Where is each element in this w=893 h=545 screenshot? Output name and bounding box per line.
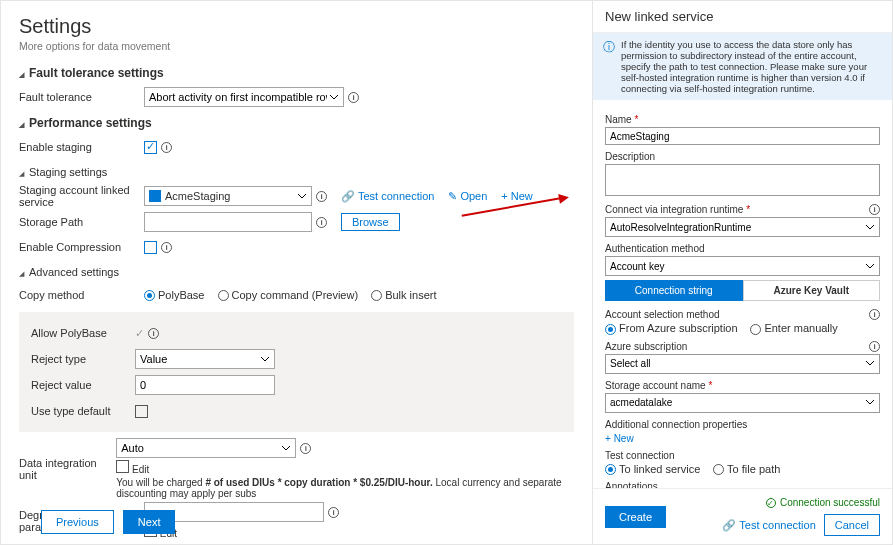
enable-compression-label: Enable Compression bbox=[19, 241, 144, 253]
info-icon[interactable]: i bbox=[148, 328, 159, 339]
info-icon[interactable]: i bbox=[300, 443, 311, 454]
acct-sel-label: Account selection method bbox=[605, 309, 720, 320]
create-button[interactable]: Create bbox=[605, 506, 666, 528]
panel-title: New linked service bbox=[593, 1, 892, 33]
page-title: Settings bbox=[19, 15, 574, 38]
name-label: Name bbox=[605, 114, 638, 125]
staging-settings-header[interactable]: Staging settings bbox=[19, 166, 574, 178]
copy-method-label: Copy method bbox=[19, 289, 144, 301]
staging-account-label: Staging account linked service bbox=[19, 184, 144, 208]
page-subtitle: More options for data movement bbox=[19, 40, 574, 52]
name-input[interactable] bbox=[605, 127, 880, 145]
info-icon[interactable]: i bbox=[161, 142, 172, 153]
connection-success: ✓Connection successful bbox=[766, 497, 880, 508]
browse-button[interactable]: Browse bbox=[341, 213, 400, 231]
auth-label: Authentication method bbox=[605, 243, 705, 254]
more-props-label: Additional connection properties bbox=[605, 419, 747, 430]
info-icon[interactable]: i bbox=[316, 217, 327, 228]
copy-method-radiogroup: PolyBase Copy command (Preview) Bulk ins… bbox=[144, 289, 447, 302]
description-label: Description bbox=[605, 151, 655, 162]
storage-account-select[interactable]: acmedatalake bbox=[605, 393, 880, 413]
radio-to-linked[interactable]: To linked service bbox=[605, 463, 700, 475]
info-banner: ⓘ If the identity you use to access the … bbox=[593, 33, 892, 100]
add-property-button[interactable]: + New bbox=[605, 433, 880, 444]
radio-enter-manually[interactable]: Enter manually bbox=[750, 322, 837, 334]
storage-path-label: Storage Path bbox=[19, 216, 144, 228]
radio-to-filepath[interactable]: To file path bbox=[713, 463, 780, 475]
tab-connection-string[interactable]: Connection string bbox=[605, 280, 743, 301]
reject-value-input[interactable] bbox=[135, 375, 275, 395]
info-icon: ⓘ bbox=[603, 39, 615, 94]
fault-tolerance-label: Fault tolerance bbox=[19, 91, 144, 103]
storage-path-input[interactable] bbox=[144, 212, 312, 232]
radio-from-subscription[interactable]: From Azure subscription bbox=[605, 322, 738, 334]
reject-type-label: Reject type bbox=[25, 353, 135, 365]
staging-account-value: AcmeStaging bbox=[165, 190, 230, 202]
performance-settings-header[interactable]: Performance settings bbox=[19, 116, 574, 130]
description-input[interactable] bbox=[605, 164, 880, 196]
ir-label: Connect via integration runtime bbox=[605, 204, 750, 215]
previous-button[interactable]: Previous bbox=[41, 510, 114, 534]
edit-icon: ✎ bbox=[448, 190, 457, 202]
allow-polybase-label: Allow PolyBase bbox=[25, 327, 135, 339]
use-type-default-label: Use type default bbox=[25, 405, 135, 417]
test-connection-link[interactable]: 🔗Test connection bbox=[341, 190, 434, 203]
fault-settings-header[interactable]: Fault tolerance settings bbox=[19, 66, 574, 80]
polybase-settings-box: Allow PolyBase ✓ i Reject type Value Rej… bbox=[19, 312, 574, 432]
info-icon[interactable]: i bbox=[316, 191, 327, 202]
diu-select[interactable]: Auto bbox=[116, 438, 296, 458]
advanced-settings-header[interactable]: Advanced settings bbox=[19, 266, 574, 278]
subscription-select[interactable]: Select all bbox=[605, 354, 880, 374]
diu-note: You will be charged # of used DIUs * cop… bbox=[116, 477, 574, 499]
next-button[interactable]: Next bbox=[123, 510, 176, 534]
link-icon: 🔗 bbox=[722, 519, 736, 531]
test-connection-label: Test connection bbox=[605, 450, 675, 461]
diu-edit-checkbox[interactable]: Edit bbox=[116, 460, 574, 475]
link-icon: 🔗 bbox=[341, 190, 355, 202]
auth-select[interactable]: Account key bbox=[605, 256, 880, 276]
info-icon[interactable]: i bbox=[869, 309, 880, 320]
info-icon[interactable]: i bbox=[328, 507, 339, 518]
cancel-button[interactable]: Cancel bbox=[824, 514, 880, 536]
reject-type-select[interactable]: Value bbox=[135, 349, 275, 369]
radio-polybase[interactable]: PolyBase bbox=[144, 289, 204, 301]
annotation-arrow bbox=[461, 191, 561, 221]
ir-select[interactable]: AutoResolveIntegrationRuntime bbox=[605, 217, 880, 237]
enable-staging-label: Enable staging bbox=[19, 141, 144, 153]
fault-tolerance-select[interactable]: Abort activity on first incompatible row bbox=[144, 87, 344, 107]
use-type-default-checkbox[interactable] bbox=[135, 405, 148, 418]
info-icon[interactable]: i bbox=[348, 92, 359, 103]
storage-icon bbox=[149, 190, 161, 202]
annotations-label: Annotations bbox=[605, 481, 658, 488]
radio-copycommand[interactable]: Copy command (Preview) bbox=[218, 289, 359, 301]
radio-bulkinsert[interactable]: Bulk insert bbox=[371, 289, 436, 301]
info-icon[interactable]: i bbox=[869, 341, 880, 352]
enable-compression-checkbox[interactable] bbox=[144, 241, 157, 254]
subscription-label: Azure subscription bbox=[605, 341, 687, 352]
staging-account-select[interactable]: AcmeStaging bbox=[144, 186, 312, 206]
diu-label: Data integration unit bbox=[19, 457, 116, 481]
tab-azure-key-vault[interactable]: Azure Key Vault bbox=[743, 280, 881, 301]
storage-account-label: Storage account name bbox=[605, 380, 712, 391]
info-icon[interactable]: i bbox=[869, 204, 880, 215]
reject-value-label: Reject value bbox=[25, 379, 135, 391]
info-icon[interactable]: i bbox=[161, 242, 172, 253]
test-connection-button[interactable]: 🔗Test connection bbox=[722, 519, 815, 532]
enable-staging-checkbox[interactable] bbox=[144, 141, 157, 154]
